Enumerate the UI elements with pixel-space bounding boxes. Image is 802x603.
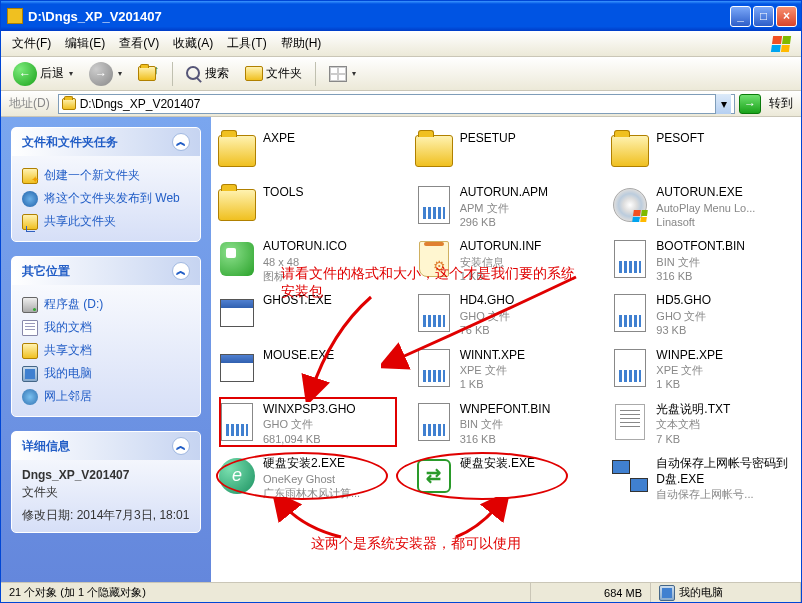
file-name: PESETUP [460, 131, 516, 147]
place-shared[interactable]: 共享文档 [22, 339, 190, 362]
file-icon [610, 293, 650, 333]
views-button[interactable]: ▾ [323, 62, 362, 86]
file-icon [217, 185, 257, 225]
file-name: AUTORUN.APM [460, 185, 548, 201]
back-icon: ← [13, 62, 37, 86]
menu-view[interactable]: 查看(V) [112, 32, 166, 55]
annotation-ellipse-2 [396, 452, 568, 500]
address-path: D:\Dngs_XP_V201407 [80, 97, 711, 111]
forward-button[interactable]: → ▾ [83, 58, 128, 90]
file-meta: BIN 文件 [460, 417, 551, 431]
shared-icon [22, 343, 38, 359]
menu-edit[interactable]: 编辑(E) [58, 32, 112, 55]
file-name: AUTORUN.EXE [656, 185, 755, 201]
file-meta: XPE 文件 [656, 363, 723, 377]
folders-button[interactable]: 文件夹 [239, 61, 308, 86]
explorer-window: D:\Dngs_XP_V201407 _ □ × 文件(F) 编辑(E) 查看(… [0, 0, 802, 603]
address-label: 地址(D) [5, 95, 54, 112]
file-name: MOUSE.EXE [263, 348, 334, 364]
close-button[interactable]: × [776, 6, 797, 27]
file-item[interactable]: WINNT.XPEXPE 文件1 KB [412, 344, 601, 396]
file-item[interactable]: 自动保存上网帐号密码到D盘.EXE自动保存上网帐号... [608, 452, 797, 505]
toolbar: ← 后退 ▾ → ▾ ↑ 搜索 文件夹 ▾ [1, 57, 801, 91]
file-item[interactable]: MOUSE.EXE [215, 344, 404, 396]
tasks-panel: 文件和文件夹任务 ︽ 创建一个新文件夹 将这个文件夹发布到 Web 共享此文件夹 [11, 127, 201, 242]
address-dropdown[interactable]: ▾ [715, 94, 731, 114]
status-objects: 21 个对象 (加 1 个隐藏对象) [1, 583, 531, 602]
task-share[interactable]: 共享此文件夹 [22, 210, 190, 233]
file-item[interactable]: TOOLS [215, 181, 404, 233]
back-button[interactable]: ← 后退 ▾ [7, 58, 79, 90]
file-icon [217, 293, 257, 333]
tasks-header[interactable]: 文件和文件夹任务 ︽ [12, 128, 200, 156]
documents-icon [22, 320, 38, 336]
file-icon [414, 348, 454, 388]
file-item[interactable]: 光盘说明.TXT文本文档7 KB [608, 398, 797, 450]
file-icon [414, 402, 454, 442]
task-publish[interactable]: 将这个文件夹发布到 Web [22, 187, 190, 210]
details-header[interactable]: 详细信息 ︽ [12, 432, 200, 460]
folder-icon [7, 8, 23, 24]
task-new-folder[interactable]: 创建一个新文件夹 [22, 164, 190, 187]
separator [172, 62, 173, 86]
folders-label: 文件夹 [266, 65, 302, 82]
folder-icon [62, 98, 76, 110]
file-meta: 296 KB [460, 215, 548, 229]
collapse-icon[interactable]: ︽ [172, 437, 190, 455]
file-meta: Linasoft [656, 215, 755, 229]
sidebar: 文件和文件夹任务 ︽ 创建一个新文件夹 将这个文件夹发布到 Web 共享此文件夹… [1, 117, 211, 582]
file-meta: 93 KB [656, 323, 711, 337]
go-button[interactable]: → [739, 94, 761, 114]
window-title: D:\Dngs_XP_V201407 [28, 9, 730, 24]
place-drive[interactable]: 程序盘 (D:) [22, 293, 190, 316]
chevron-down-icon: ▾ [118, 69, 122, 78]
menu-file[interactable]: 文件(F) [5, 32, 58, 55]
file-item[interactable]: WINPE.XPEXPE 文件1 KB [608, 344, 797, 396]
annotation-text-1: 请看文件的格式和大小，这个才是我们要的系统安装包 [281, 265, 581, 301]
file-meta: GHO 文件 [656, 309, 711, 323]
file-list[interactable]: AXPEPESETUPPESOFTTOOLSAUTORUN.APMAPM 文件2… [211, 117, 801, 582]
titlebar[interactable]: D:\Dngs_XP_V201407 _ □ × [1, 1, 801, 31]
file-item[interactable]: AUTORUN.APMAPM 文件296 KB [412, 181, 601, 233]
up-button[interactable]: ↑ [132, 62, 165, 85]
file-item[interactable]: WNPEFONT.BINBIN 文件316 KB [412, 398, 601, 450]
file-item[interactable]: HD5.GHOGHO 文件93 KB [608, 289, 797, 341]
file-item[interactable]: BOOTFONT.BINBIN 文件316 KB [608, 235, 797, 287]
menu-tools[interactable]: 工具(T) [220, 32, 273, 55]
forward-icon: → [89, 62, 113, 86]
collapse-icon[interactable]: ︽ [172, 133, 190, 151]
file-icon [610, 131, 650, 171]
menu-help[interactable]: 帮助(H) [274, 32, 329, 55]
place-documents[interactable]: 我的文档 [22, 316, 190, 339]
file-item[interactable]: AUTORUN.EXEAutoPlay Menu Lo...Linasoft [608, 181, 797, 233]
file-item[interactable]: PESOFT [608, 127, 797, 179]
chevron-down-icon: ▾ [69, 69, 73, 78]
file-icon [414, 185, 454, 225]
detail-modified: 修改日期: 2014年7月3日, 18:01 [22, 507, 190, 524]
other-header[interactable]: 其它位置 ︽ [12, 257, 200, 285]
folder-up-icon [138, 66, 156, 81]
maximize-button[interactable]: □ [753, 6, 774, 27]
place-computer[interactable]: 我的电脑 [22, 362, 190, 385]
menu-favorites[interactable]: 收藏(A) [166, 32, 220, 55]
file-name: WINPE.XPE [656, 348, 723, 364]
computer-icon [659, 585, 675, 601]
back-label: 后退 [40, 65, 64, 82]
file-meta: APM 文件 [460, 201, 548, 215]
network-icon [22, 389, 38, 405]
file-icon [414, 131, 454, 171]
file-icon [217, 348, 257, 388]
search-button[interactable]: 搜索 [180, 61, 235, 86]
place-network[interactable]: 网上邻居 [22, 385, 190, 408]
minimize-button[interactable]: _ [730, 6, 751, 27]
address-input[interactable]: D:\Dngs_XP_V201407 ▾ [58, 94, 735, 114]
collapse-icon[interactable]: ︽ [172, 262, 190, 280]
file-item[interactable]: AXPE [215, 127, 404, 179]
file-meta: AutoPlay Menu Lo... [656, 201, 755, 215]
share-icon [22, 214, 38, 230]
detail-type: 文件夹 [22, 484, 190, 501]
file-meta: 1 KB [656, 377, 723, 391]
file-icon [610, 402, 650, 442]
file-item[interactable]: PESETUP [412, 127, 601, 179]
drive-icon [22, 297, 38, 313]
